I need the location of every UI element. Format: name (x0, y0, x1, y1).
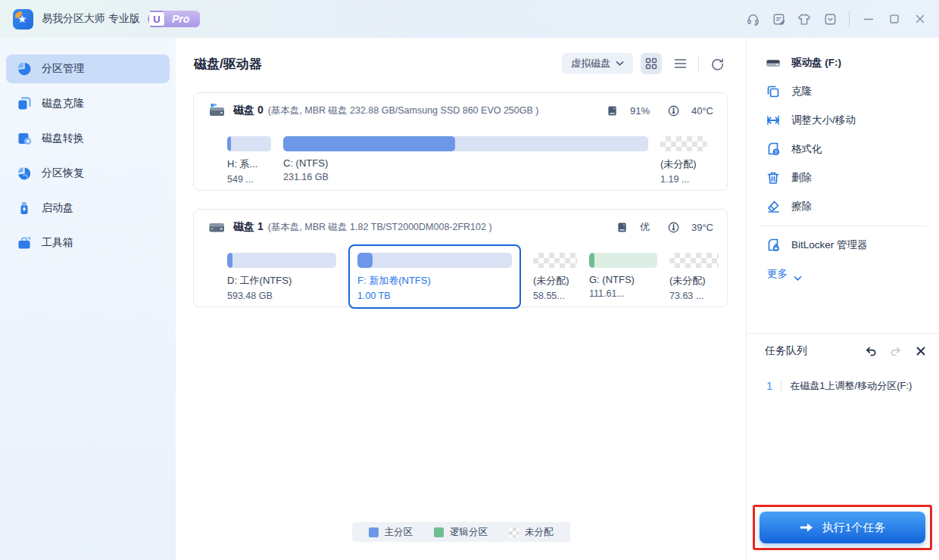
partition-label: (未分配) (533, 274, 577, 288)
refresh-button[interactable] (707, 53, 728, 74)
action-label: 删除 (791, 171, 812, 185)
partition-size: 111.61... (589, 288, 657, 299)
app-title: 易我分区大师 专业版 (42, 12, 140, 26)
arrow-right-icon (800, 522, 815, 533)
disk-details: (基本盘, MBR 磁盘 232.88 GB/Samsung SSD 860 E… (268, 104, 539, 117)
partition-size: 1.19 ... (660, 174, 707, 185)
task-number: 1 (766, 379, 781, 393)
action-item-2[interactable]: 调整大小/移动 (747, 106, 939, 135)
execute-tasks-label: 执行1个任务 (822, 521, 885, 535)
annotation-highlight-box: 执行1个任务 (753, 505, 932, 550)
disk0-icon (207, 103, 226, 118)
sidebar-item-3[interactable]: 磁盘转换 (6, 124, 170, 153)
partition-label: D: 工作(NTFS) (227, 274, 336, 288)
list-view-button[interactable] (669, 53, 691, 74)
action-item-5[interactable]: 擦除 (747, 192, 939, 221)
page-title: 磁盘/驱动器 (194, 55, 262, 73)
action-item-1[interactable]: 克隆 (747, 77, 939, 106)
legend-swatch-primary (369, 527, 379, 537)
boot-icon (17, 201, 32, 216)
partition-磁盘 1-2[interactable]: (未分配)58.55... (533, 253, 577, 301)
theme-shirt-icon[interactable] (791, 6, 817, 32)
legend-item-primary: 主分区 (369, 526, 413, 539)
partition-磁盘 0-2[interactable]: (未分配)1.19 ... (660, 136, 707, 185)
partition-磁盘 1-3[interactable]: G: (NTFS)111.61... (589, 253, 657, 299)
disk-list: 磁盘 0(基本盘, MBR 磁盘 232.88 GB/Samsung SSD 8… (176, 92, 746, 307)
partition-size: 58.55... (533, 291, 577, 301)
action-list: 驱动盘 (F:)克隆调整大小/移动格式化删除擦除BitLocker 管理器更多 (747, 38, 939, 288)
sidebar-item-label: 启动盘 (42, 201, 73, 215)
chevron-down-icon (616, 61, 624, 67)
convert-icon (17, 131, 32, 146)
sidebar-item-label: 分区管理 (42, 62, 84, 76)
action-label: 擦除 (791, 200, 812, 213)
partition-label: F: 新加卷(NTFS) (357, 274, 512, 288)
erase-icon (766, 199, 781, 214)
app-logo-icon: ★ (13, 9, 33, 30)
redo-icon[interactable] (889, 344, 903, 358)
partition-label: C: (NTFS) (283, 157, 648, 169)
disk-filter-dropdown[interactable]: 虚拟磁盘 (562, 53, 633, 74)
sidebar-item-4[interactable]: 分区恢复 (6, 159, 170, 188)
close-button[interactable] (907, 6, 933, 32)
close-task-queue-icon[interactable] (914, 344, 928, 358)
support-headset-icon[interactable] (740, 6, 766, 32)
sidebar-item-2[interactable]: 磁盘克隆 (6, 89, 170, 118)
partition-label: (未分配) (669, 274, 719, 288)
thermometer-icon (668, 222, 679, 233)
minimize-button[interactable] (856, 6, 881, 32)
action-item-6[interactable]: BitLocker 管理器 (747, 231, 939, 260)
partition-size: 549 ... (227, 174, 271, 185)
disk-card-0: 磁盘 0(基本盘, MBR 磁盘 232.88 GB/Samsung SSD 8… (193, 92, 728, 191)
sidebar-item-6[interactable]: 工具箱 (6, 229, 170, 257)
action-item-4[interactable]: 删除 (747, 163, 939, 192)
partition-磁盘 0-0[interactable]: H: 系...549 ... (227, 136, 271, 185)
titlebar: ★ 易我分区大师 专业版 U Pro (0, 0, 939, 38)
trash-icon (766, 170, 781, 185)
execute-tasks-button[interactable]: 执行1个任务 (760, 512, 925, 543)
partition-size: 73.63 ... (669, 291, 719, 301)
window-menu-icon[interactable] (817, 6, 843, 32)
partition-磁盘 1-0[interactable]: D: 工作(NTFS)593.48 GB (227, 253, 336, 301)
action-item-3[interactable]: 格式化 (747, 135, 939, 163)
undo-icon[interactable] (864, 344, 878, 358)
partition-磁盘 0-1[interactable]: C: (NTFS)231.16 GB (283, 136, 648, 182)
app-window: ★ 易我分区大师 专业版 U Pro (0, 0, 939, 560)
format-icon (766, 142, 781, 157)
action-divider (759, 226, 927, 226)
grid-view-button[interactable] (641, 53, 662, 74)
pro-badge: U Pro (148, 11, 200, 27)
selected-volume-header: 驱动盘 (F:) (747, 48, 939, 77)
disk-filter-label: 虚拟磁盘 (571, 57, 610, 70)
legend-swatch-unalloc (509, 527, 519, 537)
partition-磁盘 1-4[interactable]: (未分配)73.63 ... (669, 253, 719, 301)
chevron-down-icon (794, 271, 802, 277)
right-panel: 驱动盘 (F:)克隆调整大小/移动格式化删除擦除BitLocker 管理器更多 … (746, 38, 939, 560)
task-queue-section: 任务队列 1在磁盘1上调整/移动分区(F:) (747, 333, 939, 393)
action-label: BitLocker 管理器 (791, 238, 868, 252)
disk-health: 91% (607, 105, 650, 117)
disk-card-1: 磁盘 1(基本盘, MBR 磁盘 1.82 TB/ST2000DM008-2FR… (193, 209, 728, 307)
sidebar-item-1[interactable]: 分区管理 (6, 54, 170, 83)
thermometer-icon (668, 105, 679, 117)
task-queue-title: 任务队列 (765, 344, 807, 358)
pie-icon (17, 61, 32, 76)
feedback-note-icon[interactable] (766, 6, 791, 32)
action-label: 调整大小/移动 (791, 114, 856, 127)
legend-label: 逻辑分区 (450, 526, 488, 539)
toolbox-icon (17, 235, 32, 250)
sidebar-item-label: 工具箱 (42, 236, 73, 250)
sidebar-item-5[interactable]: 启动盘 (6, 194, 170, 222)
legend-item-logical: 逻辑分区 (434, 526, 488, 539)
more-actions-link[interactable]: 更多 (747, 260, 939, 288)
legend-label: 主分区 (385, 526, 413, 539)
disk-temperature: 39°C (668, 222, 713, 233)
drive-icon (766, 55, 781, 70)
partition-size: 1.00 TB (357, 291, 512, 301)
maximize-button[interactable] (881, 6, 907, 32)
u-emblem-icon: U (148, 11, 166, 27)
task-list: 1在磁盘1上调整/移动分区(F:) (747, 379, 939, 393)
sidebar: 分区管理磁盘克隆磁盘转换分区恢复启动盘工具箱 (0, 38, 176, 560)
partition-磁盘 1-1[interactable]: F: 新加卷(NTFS)1.00 TB (348, 244, 521, 309)
partition-label: H: 系... (227, 157, 271, 171)
